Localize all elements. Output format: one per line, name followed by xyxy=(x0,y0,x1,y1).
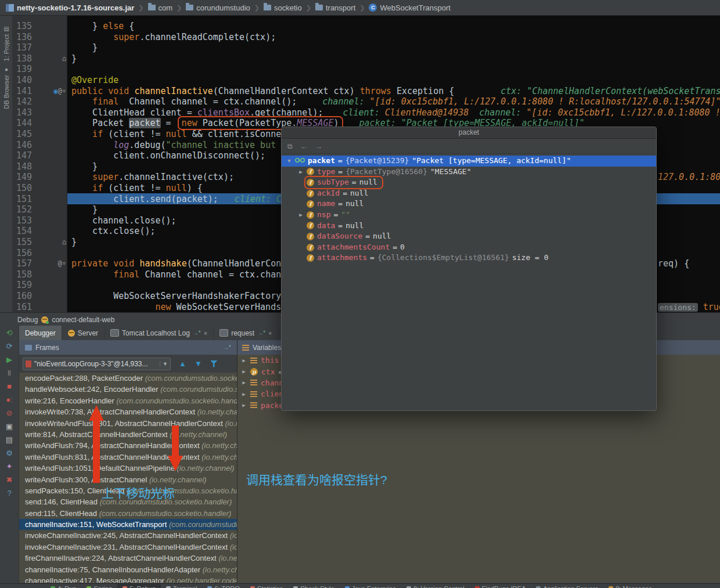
running-indicator xyxy=(46,321,49,324)
toolwindow-button-check-style[interactable]: Check Style xyxy=(288,584,340,588)
pin-tab-icon[interactable]: →* xyxy=(257,330,265,336)
toolwindow-button-0-messages[interactable]: 0: Messages xyxy=(603,584,657,588)
expand-arrow-icon[interactable]: ▼ xyxy=(286,156,292,167)
settings-icon[interactable]: ⚙ xyxy=(4,449,15,458)
thread-dropdown[interactable]: "nioEventLoopGroup-3-3"@14,933... ▼ xyxy=(23,358,171,370)
fold-marker-icon[interactable]: ⌂ xyxy=(62,55,66,63)
popup-tree-row[interactable]: fdata=null xyxy=(282,221,656,232)
help-icon[interactable]: ? xyxy=(4,489,15,498)
toolwindow-label: Application Servers xyxy=(543,585,598,588)
stack-frame-row[interactable]: encodePacket:288, PacketEncoder (com.cor… xyxy=(19,373,237,384)
breadcrumb-item[interactable]: com xyxy=(148,3,173,12)
popup-tree-row[interactable]: fackId=null xyxy=(282,188,656,199)
frames-pin-icon[interactable]: →* xyxy=(223,344,231,351)
breadcrumb-item[interactable]: socketio xyxy=(264,3,302,12)
overrides-method-icon[interactable]: ◉ xyxy=(53,87,57,95)
popup-tree-row[interactable]: fsubType=null xyxy=(282,177,656,188)
stack-frame-row[interactable]: send:115, ClientHead (com.corundumstudio… xyxy=(19,508,237,519)
fold-marker-icon[interactable]: ⌂ xyxy=(62,238,66,246)
popup-tree-row[interactable]: ▼packet={Packet@15239}"Packet [type=MESS… xyxy=(282,156,656,167)
toolwindow-button-6-todo[interactable]: 6: TODO xyxy=(202,584,245,588)
toolwindow-button-findbugs-idea[interactable]: FindBugs-IDEA xyxy=(470,584,531,588)
stack-frame-row[interactable]: write:814, AbstractChannelHandlerContext… xyxy=(19,429,237,440)
rerun-server-icon[interactable]: ⟳ xyxy=(4,342,15,351)
expand-arrow-icon[interactable]: ▶ xyxy=(241,391,247,397)
stop-icon[interactable]: ■ xyxy=(4,382,15,391)
toolwindow-button-4-run[interactable]: 4: Run xyxy=(45,584,81,588)
frame-down-button[interactable]: ▼ xyxy=(195,359,202,368)
stack-frame-row[interactable]: invokeWriteAndFlush:801, AbstractChannel… xyxy=(19,418,237,429)
toolwindow-button-terminal[interactable]: Terminal xyxy=(161,584,203,588)
view-breakpoints-icon[interactable]: ●: xyxy=(4,395,15,405)
gutter-icons[interactable]: ◉@▿ xyxy=(46,86,66,97)
expand-arrow-icon[interactable]: ▶ xyxy=(298,210,304,221)
fold-marker-icon[interactable]: ▿ xyxy=(62,259,66,268)
gutter-icons[interactable]: @▿ xyxy=(46,258,66,269)
stack-frame-row[interactable]: invokeChannelInactive:231, AbstractChann… xyxy=(19,542,237,553)
tab-request[interactable]: request→*× xyxy=(214,326,278,340)
expand-arrow-icon[interactable]: ▶ xyxy=(241,380,247,385)
popup-tree-row[interactable]: ▶fnsp="" xyxy=(282,210,656,221)
restore-layout-icon[interactable]: ▤ xyxy=(4,435,15,445)
popup-tree-row[interactable]: fattachmentsCount=0 xyxy=(282,242,656,253)
close-tab-icon[interactable]: × xyxy=(204,330,207,337)
toolwindow-button-application-servers[interactable]: Application Servers xyxy=(531,584,603,588)
expand-arrow-icon[interactable]: ▶ xyxy=(241,358,247,363)
stack-frame-row[interactable]: channelInactive:151, WebSocketTransport … xyxy=(19,519,237,530)
popup-tree-row[interactable]: fname=null xyxy=(282,199,656,210)
stripe-button-db-browser[interactable]: ●DB Browser xyxy=(0,67,13,109)
copy-stack-icon[interactable]: ⧉ xyxy=(287,142,293,150)
value-icon xyxy=(250,358,257,363)
stripe-button-1-project[interactable]: ▤1: Project xyxy=(0,26,13,61)
value-icon xyxy=(250,402,257,408)
stack-frame-row[interactable]: writeAndFlush:1051, DefaultChannelPipeli… xyxy=(19,463,237,474)
thread-dump-icon[interactable]: ▣ xyxy=(4,422,15,431)
stack-frame-row[interactable]: invokeWrite0:738, AbstractChannelHandler… xyxy=(19,406,237,417)
stack-frame-row[interactable]: handleWebsocket:242, EncoderHandler (com… xyxy=(19,384,237,395)
close-tab-icon[interactable]: × xyxy=(268,330,272,337)
rerun-icon[interactable]: ⟲ xyxy=(4,329,15,338)
stack-frame-row[interactable]: write:216, EncoderHandler (com.corundums… xyxy=(19,395,237,406)
toolwindow-button-5-debug[interactable]: 5: Debug xyxy=(117,584,161,588)
stack-frame-row[interactable]: invokeChannelInactive:245, AbstractChann… xyxy=(19,530,237,541)
pause-icon[interactable]: Ⅱ xyxy=(4,369,15,378)
chevron-down-icon[interactable]: ▼ xyxy=(160,361,168,367)
breadcrumb: netty-socketio-1.7.16-sources.jar❯com❯co… xyxy=(0,0,720,16)
frame-up-button[interactable]: ▲ xyxy=(179,359,186,368)
expand-arrow-icon[interactable]: ▶ xyxy=(298,167,304,178)
stack-frame-row[interactable]: channelInactive:75, ChannelInboundHandle… xyxy=(19,564,237,575)
pin-icon[interactable]: ✦ xyxy=(4,462,15,471)
breadcrumb-item[interactable]: netty-socketio-1.7.16-sources.jar xyxy=(6,3,134,12)
ide-window: netty-socketio-1.7.16-sources.jar❯com❯co… xyxy=(0,0,720,588)
stack-frame-row[interactable]: writeAndFlush:794, AbstractChannelHandle… xyxy=(19,440,237,451)
frame-package: (io.netty.handler.codec) xyxy=(167,576,237,583)
forward-icon[interactable]: → xyxy=(316,142,323,150)
code-token: private void xyxy=(71,258,139,269)
breadcrumb-item[interactable]: CWebSocketTransport xyxy=(369,3,450,12)
tab-debugger[interactable]: Debugger xyxy=(19,326,62,340)
expand-arrow-icon[interactable]: ▶ xyxy=(241,402,247,408)
expand-arrow-icon[interactable]: ▶ xyxy=(241,369,247,374)
gutter-icons[interactable]: ⌂ xyxy=(46,237,66,248)
popup-tree-row[interactable]: fdataSource=null xyxy=(282,231,656,242)
close-icon[interactable]: ✖ xyxy=(4,475,15,485)
stack-frame-row[interactable]: fireChannelInactive:224, AbstractChannel… xyxy=(19,553,237,564)
resume-icon[interactable]: ▶ xyxy=(4,355,15,365)
breadcrumb-item[interactable]: corundumstudio xyxy=(186,3,250,12)
back-icon[interactable]: ← xyxy=(301,142,308,150)
mute-breakpoints-icon[interactable]: ⊘ xyxy=(4,409,15,418)
toolwindow-button-spring[interactable]: Spring xyxy=(81,584,117,588)
toolwindow-button-statistics[interactable]: Statistics xyxy=(245,584,288,588)
stack-frame-row[interactable]: channelInactive:417, MessageAggregator (… xyxy=(19,575,237,583)
stack-frame-row[interactable]: writeAndFlush:831, AbstractChannelHandle… xyxy=(19,452,237,463)
tab-server[interactable]: Server xyxy=(62,326,105,340)
tab-tomcat-localhost-log[interactable]: Tomcat Localhost Log→*× xyxy=(105,326,214,340)
gutter-icons[interactable]: ⌂ xyxy=(46,53,66,64)
fold-marker-icon[interactable]: ▿ xyxy=(62,87,66,95)
pin-tab-icon[interactable]: →* xyxy=(193,330,201,336)
toolwindow-button-java-enterprise[interactable]: Java Enterprise xyxy=(340,584,401,588)
breadcrumb-item[interactable]: transport xyxy=(315,3,355,12)
filter-frames-icon[interactable] xyxy=(210,360,218,367)
popup-tree-row[interactable]: fattachments={Collections$EmptyList@1656… xyxy=(282,252,656,264)
toolwindow-button-9-version-control[interactable]: 9: Version Control xyxy=(401,584,469,588)
